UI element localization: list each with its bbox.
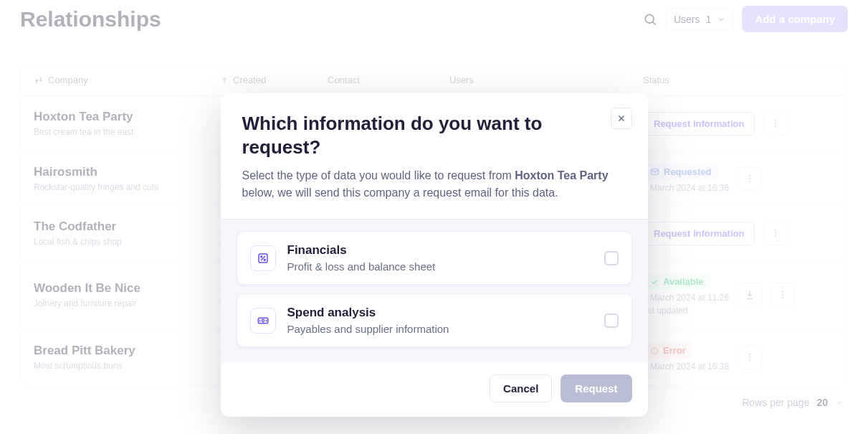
option-financials[interactable]: Financials Profit & loss and balance she…	[237, 231, 632, 285]
svg-point-19	[260, 255, 262, 257]
option-sub: Profit & loss and balance sheet	[287, 260, 593, 273]
close-icon	[616, 113, 626, 123]
option-title: Spend analysis	[287, 306, 593, 320]
request-info-modal: Which information do you want to request…	[221, 93, 648, 417]
svg-point-22	[262, 319, 264, 321]
option-sub: Payables and supplier information	[287, 323, 593, 335]
option-title: Financials	[287, 243, 593, 258]
request-button[interactable]: Request	[561, 374, 631, 402]
modal-title: Which information do you want to request…	[242, 112, 626, 159]
cancel-button[interactable]: Cancel	[490, 374, 552, 402]
modal-description: Select the type of data you would like t…	[242, 167, 626, 202]
close-button[interactable]	[611, 108, 632, 129]
option-checkbox[interactable]	[604, 251, 619, 265]
option-spend-analysis[interactable]: Spend analysis Payables and supplier inf…	[237, 293, 632, 347]
money-icon	[250, 308, 276, 334]
percent-icon	[250, 245, 276, 271]
modal-overlay: Which information do you want to request…	[0, 0, 868, 434]
option-checkbox[interactable]	[604, 313, 619, 328]
svg-point-20	[264, 259, 265, 260]
